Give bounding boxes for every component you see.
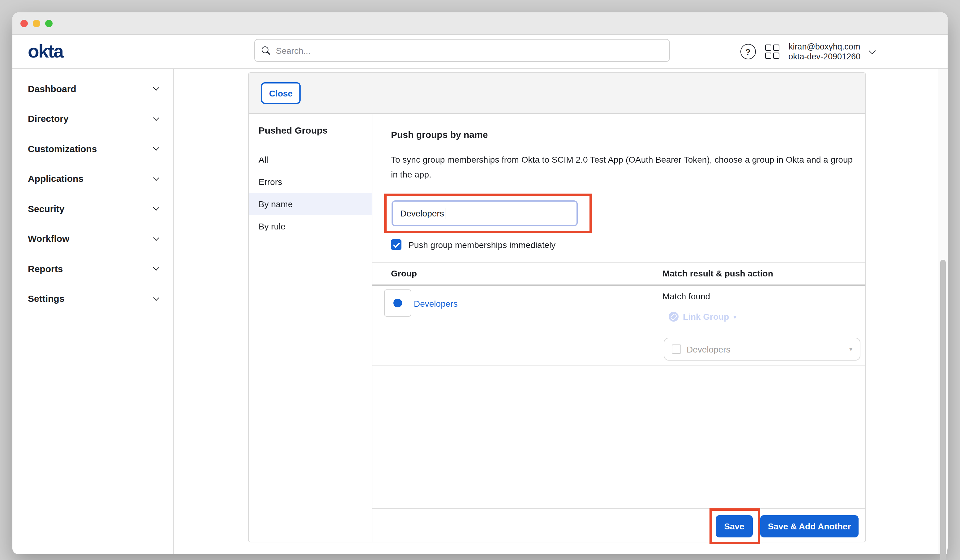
group-name-value: Developers (400, 208, 444, 218)
push-groups-dialog: Close Pushed Groups All Errors By name B… (248, 72, 866, 542)
push-by-name-panel: Push groups by name To sync group member… (372, 114, 866, 542)
sidebar-item-security[interactable]: Security (12, 194, 173, 224)
user-email: kiran@boxyhq.com (788, 42, 861, 52)
save-button[interactable]: Save (716, 515, 753, 538)
footer-divider (372, 508, 866, 509)
close-button[interactable]: Close (261, 82, 301, 104)
save-add-another-button[interactable]: Save & Add Another (760, 515, 859, 538)
chevron-down-icon[interactable] (869, 47, 876, 54)
push-immediately-checkbox[interactable] (391, 239, 402, 250)
tab-errors[interactable]: Errors (249, 171, 372, 193)
app-group-selected-value: Developers (686, 344, 849, 354)
zoom-window-icon[interactable] (45, 20, 53, 27)
app-group-select[interactable]: Developers ▾ (664, 338, 861, 360)
link-icon (669, 312, 678, 322)
caret-down-icon: ▾ (849, 346, 852, 352)
panel-title: Push groups by name (391, 129, 488, 140)
sidebar-item-applications[interactable]: Applications (12, 163, 173, 194)
screen: okta ? kiran@boxyhq.com okta-dev-2090126… (0, 0, 960, 560)
sidebar-item-reports[interactable]: Reports (12, 254, 173, 283)
caret-down-icon: ▾ (733, 313, 736, 320)
sidebar-item-workflow[interactable]: Workflow (12, 224, 173, 254)
row-divider (372, 365, 866, 365)
okta-group-ring-icon (394, 299, 402, 307)
divider (372, 262, 866, 263)
main-area: Dashboard Directory Customizations Appli… (12, 69, 948, 554)
chevron-down-icon (153, 265, 159, 271)
scrollbar-thumb[interactable] (940, 260, 946, 560)
pushed-groups-nav: Pushed Groups All Errors By name By rule (249, 114, 372, 542)
chevron-down-icon (153, 295, 159, 301)
group-link-developers[interactable]: Developers (414, 299, 458, 309)
sidebar-item-directory[interactable]: Directory (12, 104, 173, 134)
chevron-down-icon (153, 115, 159, 121)
sidebar-item-customizations[interactable]: Customizations (12, 134, 173, 163)
chevron-down-icon (153, 175, 159, 181)
match-result-text: Match found (662, 291, 710, 301)
global-search[interactable] (254, 39, 670, 62)
sidebar-item-dashboard[interactable]: Dashboard (12, 74, 173, 104)
close-window-icon[interactable] (21, 20, 28, 27)
sidebar-item-settings[interactable]: Settings (12, 283, 173, 314)
okta-logo: okta (28, 41, 63, 62)
chevron-down-icon (153, 235, 159, 241)
push-immediately-label: Push group memberships immediately (408, 240, 555, 250)
tab-by-rule[interactable]: By rule (249, 215, 372, 237)
user-account-menu[interactable]: kiran@boxyhq.com okta-dev-20901260 (788, 42, 861, 62)
column-header-group: Group (391, 269, 417, 278)
minimize-window-icon[interactable] (33, 20, 40, 27)
tab-all[interactable]: All (249, 149, 372, 171)
annotation-box-save: Save (709, 508, 760, 544)
okta-top-bar: okta ? kiran@boxyhq.com okta-dev-2090126… (12, 35, 948, 69)
header-actions: ? kiran@boxyhq.com okta-dev-20901260 (740, 35, 875, 69)
pushed-groups-title: Pushed Groups (259, 125, 362, 136)
app-group-icon (672, 344, 681, 354)
annotation-box-input: Developers (384, 194, 592, 233)
table-header-divider (372, 285, 866, 286)
chevron-down-icon (153, 205, 159, 211)
link-group-dropdown[interactable]: Link Group ▾ (669, 312, 736, 322)
search-icon (261, 45, 271, 55)
link-group-label: Link Group (683, 312, 729, 322)
admin-sidebar: Dashboard Directory Customizations Appli… (12, 69, 174, 554)
group-icon (384, 290, 411, 317)
apps-grid-icon[interactable] (765, 45, 779, 59)
user-org: okta-dev-20901260 (788, 52, 861, 62)
group-name-input[interactable]: Developers (392, 200, 578, 226)
window-titlebar (12, 12, 948, 35)
tab-by-name[interactable]: By name (249, 193, 372, 215)
chevron-down-icon (153, 85, 159, 91)
search-input[interactable] (276, 45, 663, 55)
column-header-match: Match result & push action (662, 269, 773, 278)
dialog-toolbar: Close (249, 73, 866, 114)
browser-window: okta ? kiran@boxyhq.com okta-dev-2090126… (12, 12, 948, 554)
scrollbar-track[interactable] (938, 69, 947, 554)
panel-description: To sync group memberships from Okta to S… (391, 152, 858, 182)
text-cursor (445, 208, 446, 219)
chevron-down-icon (153, 145, 159, 151)
help-icon[interactable]: ? (740, 44, 755, 59)
